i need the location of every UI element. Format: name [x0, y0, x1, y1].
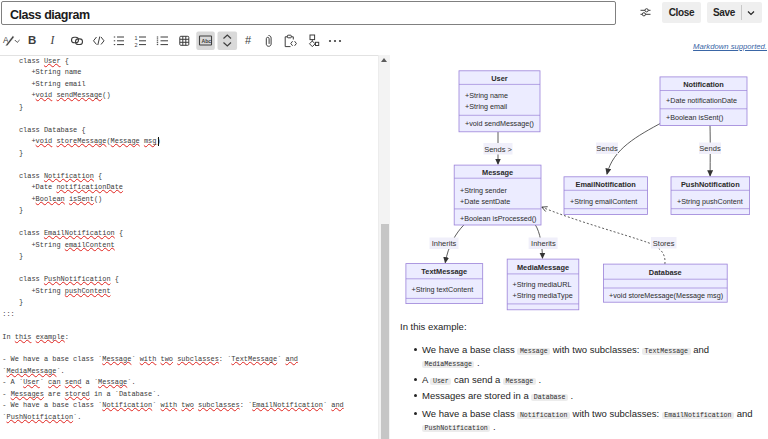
- svg-text:B: B: [28, 34, 36, 46]
- svg-text:Notification: Notification: [683, 80, 724, 89]
- svg-text:#: #: [245, 34, 252, 46]
- svg-text:+void storeMessage(Message msg: +void storeMessage(Message msg): [609, 291, 723, 300]
- svg-text:+String textContent: +String textContent: [412, 285, 474, 294]
- svg-text:1: 1: [135, 35, 138, 41]
- svg-text:Sends >: Sends >: [484, 145, 512, 154]
- svg-text:Database: Database: [649, 268, 682, 277]
- svg-text:+String sender: +String sender: [460, 186, 508, 195]
- svg-text:Sends: Sends: [699, 144, 721, 153]
- svg-text:+String emailContent: +String emailContent: [570, 197, 637, 206]
- svg-text:I: I: [50, 34, 56, 46]
- svg-text:Inherits: Inherits: [531, 239, 556, 248]
- svg-text:+Boolean isProcessed(): +Boolean isProcessed(): [460, 214, 537, 223]
- svg-text:+void sendMessage(): +void sendMessage(): [465, 119, 534, 128]
- svg-text:Sends: Sends: [596, 144, 618, 153]
- svg-text:+Boolean isSent(): +Boolean isSent(): [666, 113, 723, 122]
- svg-text:MediaMessage: MediaMessage: [517, 263, 569, 272]
- svg-text:+String mediaType: +String mediaType: [513, 291, 573, 300]
- svg-text:+String pushContent: +String pushContent: [677, 197, 743, 206]
- svg-text:Abc: Abc: [201, 38, 211, 44]
- svg-text:+String name: +String name: [465, 91, 508, 100]
- svg-text:+Date notificationDate: +Date notificationDate: [666, 96, 737, 105]
- svg-text:TextMessage: TextMessage: [421, 267, 467, 276]
- svg-text:EmailNotification: EmailNotification: [576, 180, 637, 189]
- svg-text:+String mediaURL: +String mediaURL: [513, 280, 572, 289]
- svg-text:2: 2: [135, 42, 138, 48]
- svg-text:+Date sentDate: +Date sentDate: [460, 197, 510, 206]
- svg-text:PushNotification: PushNotification: [681, 180, 740, 189]
- svg-text:User: User: [491, 74, 508, 83]
- svg-text:Inherits: Inherits: [432, 239, 457, 248]
- svg-text:Stores: Stores: [653, 239, 675, 248]
- svg-text:Message: Message: [482, 168, 513, 177]
- svg-text:+String email: +String email: [465, 102, 508, 111]
